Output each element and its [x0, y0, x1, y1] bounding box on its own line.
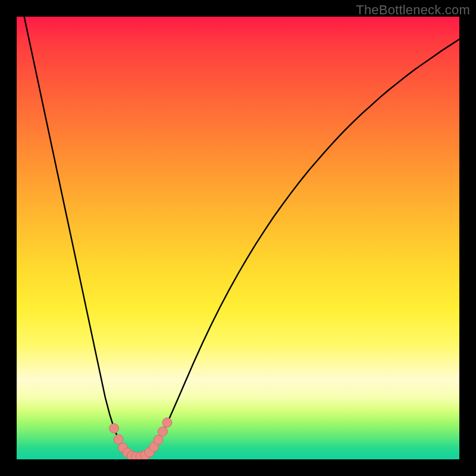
plot-area — [17, 17, 459, 459]
chart-frame: TheBottleneck.com — [0, 0, 476, 476]
watermark-text: TheBottleneck.com — [356, 2, 470, 18]
bottleneck-curve — [17, 17, 459, 459]
data-marker — [158, 427, 168, 436]
data-marker — [162, 418, 172, 427]
data-marker — [114, 435, 123, 444]
data-marker — [154, 435, 163, 444]
data-marker — [109, 424, 119, 433]
